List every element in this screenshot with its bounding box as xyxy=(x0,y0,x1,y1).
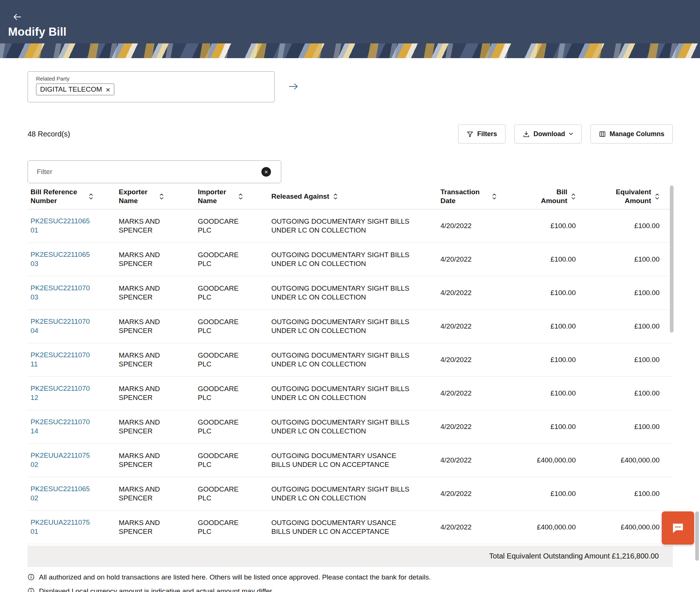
toolbar: 48 Record(s) Filters Download xyxy=(28,124,673,143)
equivalent-amount: £100.00 xyxy=(634,389,660,397)
bill-reference-link[interactable]: PK2ESUC221106503 xyxy=(31,250,92,268)
related-party-chip[interactable]: DIGITAL TELECOM × xyxy=(36,84,114,95)
released-against: OUTGOING DOCUMENTARY SIGHT BILLS UNDER L… xyxy=(271,318,415,335)
sort-icon xyxy=(89,192,93,201)
bill-reference-link[interactable]: PK2ESUC221107012 xyxy=(31,384,92,402)
bill-amount: £100.00 xyxy=(550,389,576,397)
importer-name: GOODCARE PLC xyxy=(198,217,251,234)
bill-reference-link[interactable]: PK2ESUC221107011 xyxy=(31,351,92,369)
column-header-bill-reference[interactable]: Bill Reference Number xyxy=(28,183,116,209)
transaction-date: 4/20/2022 xyxy=(440,289,472,297)
importer-name: GOODCARE PLC xyxy=(198,485,251,502)
sort-icon xyxy=(333,192,338,201)
bill-amount: £400,000.00 xyxy=(537,456,576,464)
download-button-label: Download xyxy=(533,130,565,138)
equivalent-amount: £100.00 xyxy=(634,222,660,230)
released-against: OUTGOING DOCUMENTARY USANCE BILLS UNDER … xyxy=(271,451,415,469)
exporter-name: MARKS AND SPENCER xyxy=(119,284,174,301)
table-scrollbar-thumb[interactable] xyxy=(670,185,674,333)
equivalent-amount: £100.00 xyxy=(634,356,660,364)
sort-icon xyxy=(238,192,243,201)
bill-reference-link[interactable]: PK2ESUC221107003 xyxy=(31,284,92,302)
sort-icon xyxy=(571,192,576,201)
bill-reference-link[interactable]: PK2ESUC221107004 xyxy=(31,317,92,335)
table-row: PK2ESUC221106501 MARKS AND SPENCER GOODC… xyxy=(28,209,673,242)
column-header-transaction-date[interactable]: Transaction Date xyxy=(438,183,529,209)
note-authorized-transactions: All authorized and on hold transactions … xyxy=(28,573,673,582)
related-party-section: Related Party DIGITAL TELECOM × xyxy=(28,71,673,102)
equivalent-amount: £400,000.00 xyxy=(621,456,660,464)
bill-reference-link[interactable]: PK2EUUA221107501 xyxy=(31,518,92,536)
bills-table-wrap: Bill Reference Number Exporter Name Impo… xyxy=(28,183,673,544)
chat-bubble-icon xyxy=(671,521,685,535)
filters-button[interactable]: Filters xyxy=(458,124,506,143)
note-local-currency: Displayed Local currency amount is indic… xyxy=(28,587,673,592)
download-icon xyxy=(523,131,530,138)
released-against: OUTGOING DOCUMENTARY SIGHT BILLS UNDER L… xyxy=(271,284,415,301)
arrow-right-icon xyxy=(289,83,298,90)
column-header-importer-name[interactable]: Importer Name xyxy=(195,183,268,209)
bill-amount: £100.00 xyxy=(550,289,576,297)
chat-button[interactable] xyxy=(662,511,694,545)
records-count: 48 Record(s) xyxy=(28,130,70,138)
bill-reference-link[interactable]: PK2EUUA221107502 xyxy=(31,451,92,469)
equivalent-amount: £400,000.00 xyxy=(621,523,660,531)
main-content: Related Party DIGITAL TELECOM × 48 Recor… xyxy=(0,71,700,592)
column-header-exporter-name[interactable]: Exporter Name xyxy=(116,183,195,209)
equivalent-amount: £100.00 xyxy=(634,322,660,330)
bill-amount: £100.00 xyxy=(550,356,576,364)
toolbar-buttons: Filters Download Manage Columns xyxy=(458,124,673,143)
transaction-date: 4/20/2022 xyxy=(440,456,472,464)
column-header-equivalent-amount[interactable]: Equivalent Amount xyxy=(589,183,673,209)
bill-reference-link[interactable]: PK2ESUC221106502 xyxy=(31,485,92,503)
transaction-date: 4/20/2022 xyxy=(440,322,472,330)
filter-input[interactable] xyxy=(28,160,281,183)
exporter-name: MARKS AND SPENCER xyxy=(119,318,174,335)
exporter-name: MARKS AND SPENCER xyxy=(119,251,174,268)
equivalent-amount: £100.00 xyxy=(634,490,660,497)
released-against: OUTGOING DOCUMENTARY USANCE BILLS UNDER … xyxy=(271,518,415,536)
column-header-bill-amount[interactable]: Bill Amount xyxy=(529,183,589,209)
filters-button-label: Filters xyxy=(477,130,497,138)
importer-name: GOODCARE PLC xyxy=(198,251,251,268)
transaction-date: 4/20/2022 xyxy=(440,490,472,497)
clear-filter-icon[interactable]: × xyxy=(261,167,271,177)
transaction-date: 4/20/2022 xyxy=(440,255,472,263)
related-party-field[interactable]: Related Party DIGITAL TELECOM × xyxy=(28,71,275,102)
column-header-released-against[interactable]: Released Against xyxy=(268,183,438,209)
importer-name: GOODCARE PLC xyxy=(198,318,251,335)
page-scrollbar-thumb[interactable] xyxy=(695,511,699,561)
table-row: PK2ESUC221107011 MARKS AND SPENCER GOODC… xyxy=(28,343,673,376)
total-equivalent-outstanding-amount: Total Equivalent Outstanding Amount £1,2… xyxy=(489,552,659,560)
released-against: OUTGOING DOCUMENTARY SIGHT BILLS UNDER L… xyxy=(271,485,415,502)
transaction-date: 4/20/2022 xyxy=(440,389,472,397)
bill-reference-link[interactable]: PK2ESUC221107014 xyxy=(31,418,92,436)
importer-name: GOODCARE PLC xyxy=(198,284,251,301)
bill-reference-link[interactable]: PK2ESUC221106501 xyxy=(31,217,92,235)
exporter-name: MARKS AND SPENCER xyxy=(119,418,174,435)
chip-remove-icon[interactable]: × xyxy=(106,86,110,93)
table-row: PK2EUUA221107502 MARKS AND SPENCER GOODC… xyxy=(28,443,673,477)
transaction-date: 4/20/2022 xyxy=(440,356,472,364)
chevron-down-icon xyxy=(569,132,573,135)
importer-name: GOODCARE PLC xyxy=(198,384,251,402)
table-row: PK2ESUC221107014 MARKS AND SPENCER GOODC… xyxy=(28,410,673,443)
submit-arrow-button[interactable] xyxy=(287,82,300,92)
table-row: PK2ESUC221107003 MARKS AND SPENCER GOODC… xyxy=(28,276,673,309)
exporter-name: MARKS AND SPENCER xyxy=(119,518,174,536)
arrow-left-icon xyxy=(13,13,21,21)
bill-amount: £400,000.00 xyxy=(537,523,576,531)
bill-amount: £100.00 xyxy=(550,490,576,497)
manage-columns-button[interactable]: Manage Columns xyxy=(590,124,673,143)
table-header: Bill Reference Number Exporter Name Impo… xyxy=(28,183,673,209)
bill-amount: £100.00 xyxy=(550,322,576,330)
bill-amount: £100.00 xyxy=(550,423,576,430)
banner-image xyxy=(0,43,700,58)
download-button[interactable]: Download xyxy=(514,124,582,143)
table-row: PK2ESUC221106502 MARKS AND SPENCER GOODC… xyxy=(28,477,673,510)
columns-icon xyxy=(599,131,606,138)
total-row: Total Equivalent Outstanding Amount £1,2… xyxy=(28,546,673,567)
table-row: PK2ESUC221106503 MARKS AND SPENCER GOODC… xyxy=(28,242,673,276)
sort-icon xyxy=(159,192,164,201)
back-button[interactable] xyxy=(13,13,21,22)
